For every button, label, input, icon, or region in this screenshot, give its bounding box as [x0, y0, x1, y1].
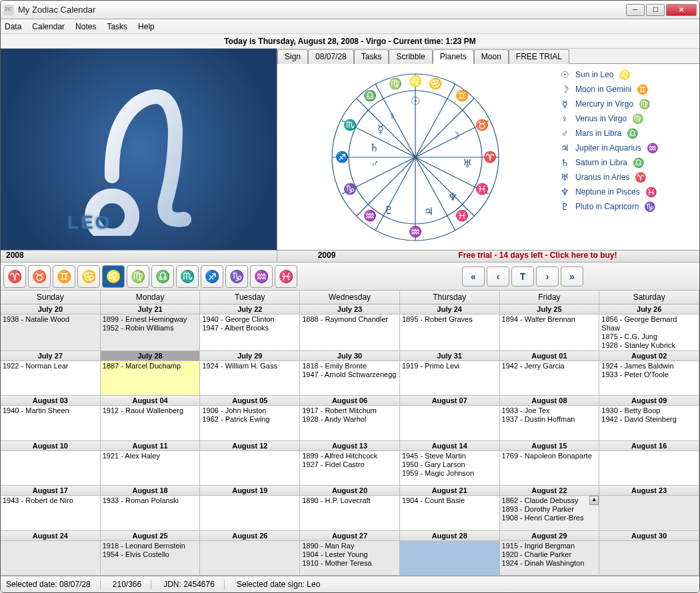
day-cell[interactable]: August 221862 - Claude Debussy1893 - Dor…	[500, 486, 600, 530]
tab-freetrial[interactable]: FREE TRIAL	[509, 49, 569, 64]
date-title: July 26	[599, 304, 699, 314]
scroll-up-icon[interactable]: ▲	[589, 496, 599, 505]
sign-glyph-icon: ♈	[635, 172, 645, 183]
day-cell[interactable]: July 261856 - George Bernard Shaw1875 - …	[599, 304, 699, 351]
events: 1887 - Marcel Duchamp	[101, 361, 200, 395]
day-cell[interactable]: August 19	[200, 486, 300, 530]
tab-sign[interactable]: Sign	[277, 49, 308, 64]
day-cell[interactable]: August 30	[599, 531, 699, 576]
tab-planets[interactable]: Planets	[433, 49, 474, 64]
astro-chart: ♌♍♋ ♎♊ ♏♉ ♐♈ ♑♓ ♒♓ ♒ ☉♀☿ ♄♂ ☽♅ ♆♃ ♇	[277, 64, 553, 250]
zodiac-button-1[interactable]: ♉	[28, 265, 51, 288]
zodiac-button-4[interactable]: ♌	[102, 265, 125, 288]
events: 1906 - John Huston1962 - Patrick Ewing	[200, 406, 299, 440]
day-cell[interactable]: August 141945 - Steve Martin1950 - Gary …	[400, 441, 500, 486]
nav-last-button[interactable]: »	[561, 267, 583, 287]
event-item: 1862 - Claude Debussy	[502, 496, 597, 505]
date-title: August 01	[500, 351, 599, 361]
menu-tasks[interactable]: Tasks	[107, 22, 127, 31]
day-cell[interactable]: August 211904 - Count Basie	[400, 486, 500, 530]
event-item: 1904 - Lester Young	[302, 550, 397, 559]
minimize-button[interactable]: ─	[626, 4, 645, 16]
menu-data[interactable]: Data	[5, 22, 21, 31]
nav-next-button[interactable]: ›	[536, 267, 559, 287]
date-title: August 22	[500, 486, 599, 496]
day-cell[interactable]: August 131899 - Alfred Hitchcock1927 - F…	[300, 441, 400, 486]
day-cell[interactable]: August 081933 - Joe Tex1937 - Dustin Hof…	[500, 396, 600, 440]
day-cell[interactable]: July 271922 - Norman Lear	[1, 351, 101, 396]
nav-prev-button[interactable]: ‹	[487, 267, 509, 287]
day-cell[interactable]: July 281887 - Marcel Duchamp	[101, 351, 201, 396]
nav-first-button[interactable]: «	[462, 267, 485, 287]
day-cell[interactable]: August 181933 - Roman Polanski	[101, 486, 201, 530]
tab-080728[interactable]: 08/07/28	[308, 49, 354, 64]
day-cell[interactable]: August 26	[200, 531, 300, 576]
menu-notes[interactable]: Notes	[75, 22, 96, 31]
svg-text:♇: ♇	[384, 205, 393, 216]
day-cell[interactable]: July 301818 - Emily Bronte1947 - Arnold …	[300, 351, 400, 396]
event-item: 1933 - Peter O'Toole	[601, 370, 697, 379]
day-cell[interactable]: August 201890 - H.P. Lovecraft	[300, 486, 400, 530]
day-cell[interactable]: August 271890 - Man Ray1904 - Lester You…	[300, 531, 400, 576]
toolbar: ♈♉♊♋♌♍♎♏♐♑♒♓ «‹T›»	[1, 263, 699, 291]
day-cell[interactable]: August 151769 - Napoleon Bonaparte	[500, 441, 600, 486]
day-cell[interactable]: August 021924 - James Baldwin1933 - Pete…	[599, 351, 699, 396]
menu-help[interactable]: Help	[138, 22, 155, 31]
svg-text:☽: ☽	[451, 130, 460, 141]
day-cell[interactable]: August 291915 - Ingrid Bergman1920 - Cha…	[500, 531, 600, 576]
zodiac-button-9[interactable]: ♑	[225, 265, 248, 288]
planet-row: ☿Mercury in Virgo♍	[559, 99, 693, 109]
menu-calendar[interactable]: Calendar	[32, 22, 65, 31]
day-cell[interactable]: August 171943 - Robert de Niro	[1, 486, 101, 530]
day-cell[interactable]: July 231888 - Raymond Chandler	[300, 304, 400, 351]
day-cell[interactable]: August 07	[400, 396, 500, 440]
titlebar[interactable]: My Zodiac Calendar ─ ☐ ✕	[1, 1, 699, 19]
zodiac-button-6[interactable]: ♎	[151, 265, 174, 288]
close-button[interactable]: ✕	[666, 4, 697, 16]
zodiac-button-2[interactable]: ♊	[53, 265, 75, 288]
day-cell[interactable]: August 24	[1, 531, 101, 576]
day-cell[interactable]: August 16	[599, 441, 699, 486]
trial-link[interactable]: Free trial - 14 days left - Click here t…	[376, 251, 699, 262]
zodiac-button-10[interactable]: ♒	[250, 265, 273, 288]
zodiac-button-7[interactable]: ♏	[176, 265, 199, 288]
day-cell[interactable]: July 311919 - Primo Levi	[400, 351, 500, 396]
tab-moon[interactable]: Moon	[474, 49, 509, 64]
event-item: 1954 - Elvis Costello	[103, 550, 198, 559]
day-cell[interactable]: August 061917 - Robert Mitchum1928 - And…	[300, 396, 400, 440]
tab-scribble[interactable]: Scribble	[389, 49, 432, 64]
zodiac-button-5[interactable]: ♍	[127, 265, 149, 288]
day-cell[interactable]: August 12	[200, 441, 300, 486]
date-title: August 20	[300, 486, 399, 496]
day-cell[interactable]: August 111921 - Alex Haley	[101, 441, 201, 486]
day-cell[interactable]: July 291924 - William H. Gass	[200, 351, 300, 396]
svg-text:♅: ♅	[463, 158, 472, 169]
event-item: 1952 - Robin Williams	[103, 324, 198, 332]
zodiac-button-8[interactable]: ♐	[201, 265, 223, 288]
day-cell[interactable]: August 23	[599, 486, 699, 530]
day-cell[interactable]: August 28	[400, 531, 500, 576]
tab-tasks[interactable]: Tasks	[354, 49, 389, 64]
day-cell[interactable]: August 051906 - John Huston1962 - Patric…	[200, 396, 300, 440]
svg-text:♊: ♊	[455, 89, 469, 102]
day-cell[interactable]: August 091930 - Betty Boop1942 - David S…	[599, 396, 699, 440]
day-cell[interactable]: August 031940 - Martin Sheen	[1, 396, 101, 440]
planet-row: ♀Venus in Virgo♍	[559, 113, 693, 124]
day-cell[interactable]: August 041912 - Raoul Wallenberg	[101, 396, 201, 440]
zodiac-button-11[interactable]: ♓	[275, 265, 297, 288]
zodiac-button-3[interactable]: ♋	[77, 265, 100, 288]
day-cell[interactable]: August 251918 - Leonard Bernstein1954 - …	[101, 531, 201, 576]
day-cell[interactable]: July 201938 - Natalie Wood	[1, 304, 101, 351]
maximize-button[interactable]: ☐	[646, 4, 665, 16]
event-item: 1928 - Andy Warhol	[302, 415, 397, 424]
year-left[interactable]: 2008	[1, 251, 277, 262]
day-cell[interactable]: August 011942 - Jerry Garcia	[500, 351, 600, 396]
day-cell[interactable]: August 10	[1, 441, 101, 486]
day-cell[interactable]: July 221940 - George Clinton1947 - Alber…	[200, 304, 300, 351]
zodiac-button-0[interactable]: ♈	[3, 265, 26, 288]
nav-today-button[interactable]: T	[511, 267, 534, 287]
year-right[interactable]: 2009	[277, 251, 376, 262]
day-cell[interactable]: July 241895 - Robert Graves	[400, 304, 500, 351]
day-cell[interactable]: July 251894 - Walter Brennan	[500, 304, 600, 351]
day-cell[interactable]: July 211899 - Ernest Hemingway1952 - Rob…	[101, 304, 201, 351]
